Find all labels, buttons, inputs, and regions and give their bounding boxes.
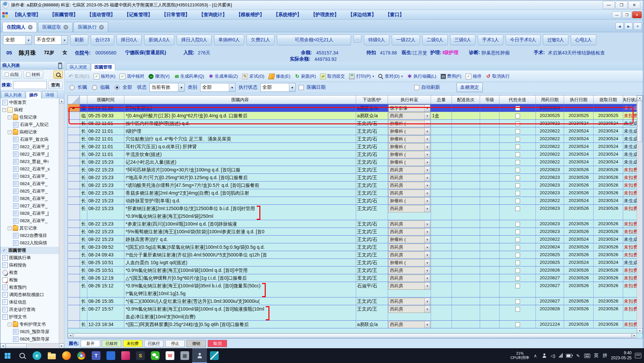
expand-icon[interactable]: − xyxy=(8,227,11,230)
order-dept-cell[interactable]: 肿瘤科 (▾ xyxy=(388,151,431,158)
toolbar-费用(F)[interactable]: ▤费用(F) xyxy=(441,73,462,79)
tree-item[interactable]: 0824_石淑平_ xyxy=(0,180,64,188)
decoct-checkbox[interactable] xyxy=(515,222,520,227)
column-header-代煎全送[interactable]: 代煎全送 xyxy=(500,95,536,104)
order-decoct-cell[interactable] xyxy=(500,112,536,119)
order-row[interactable]: 长08-26 15:12*0.9%氯化钠注射液(海王)[100ml/袋]35ml… xyxy=(68,282,637,297)
order-decoct-cell[interactable] xyxy=(500,135,536,143)
order-decoct-cell[interactable] xyxy=(500,228,536,235)
tree-item[interactable]: −病程记录 xyxy=(0,128,64,136)
toolbar-取消提交[interactable]: ⇄取消提交 xyxy=(320,73,345,79)
order-decoct-cell[interactable] xyxy=(500,158,536,166)
order-content-cell[interactable]: *0.9%氯化钠注射液(海王)[100ml/袋]35ml b.i.d. [首0]… xyxy=(124,282,356,297)
order-dept-cell[interactable]: 肿瘤科 (▾ xyxy=(388,127,431,135)
scroll-left-icon[interactable]: ◄ xyxy=(0,344,5,349)
toolbar-生成药单(Q)[interactable]: 66生成药单(Q) xyxy=(174,73,204,79)
toolbar-取消执行[interactable]: ↺取消执行 xyxy=(486,73,510,79)
decoct-checkbox[interactable] xyxy=(515,276,520,281)
dept-combobox[interactable]: 西药房▾ xyxy=(388,228,430,235)
order-content-cell[interactable]: *参麦注射液(四川)[100ml/瓶]100ml q.d. [首0]静脉输液 xyxy=(124,220,356,228)
decoct-checkbox[interactable] xyxy=(515,260,520,265)
decoct-checkbox[interactable] xyxy=(515,175,520,180)
order-row[interactable]: 长08-22 11:01耳针(耳穴压豆) q.o.d(单日) 肝脾肾王文武/石肿… xyxy=(68,143,637,151)
order-decoct-cell[interactable] xyxy=(500,143,536,150)
panel-tab-医嘱管理[interactable]: 医嘱管理 xyxy=(91,63,115,71)
order-dept-cell[interactable]: 西药房▾ xyxy=(388,267,431,274)
radio-all-orders[interactable] xyxy=(115,85,120,90)
order-decoct-cell[interactable] xyxy=(500,321,536,328)
order-content-cell[interactable]: *(国二)阿莫西林胶囊[0.25g*24粒/盒]0.5g q6h [首0]口服餐… xyxy=(124,321,356,328)
filter-button[interactable]: 合计23 xyxy=(91,35,114,45)
dept-combobox[interactable]: 西药房▾ xyxy=(388,174,430,181)
column-header-提取日期[interactable]: 提取日期 xyxy=(594,95,623,104)
toolbar-核停[interactable]: ✓核停 xyxy=(466,73,481,79)
chevron-down-icon[interactable]: ▾ xyxy=(289,83,295,91)
chevron-down-icon[interactable]: ▾ xyxy=(424,182,430,189)
chevron-down-icon[interactable]: ▾ xyxy=(424,229,430,235)
volume-icon[interactable]: ◁) xyxy=(550,353,556,358)
toolbar-执行临嘱(L)[interactable]: ✱执行临嘱(L) xyxy=(407,73,436,79)
bed-filter-select[interactable]: 不含空床 ▾ xyxy=(34,35,68,45)
order-content-cell[interactable]: CTA(单部位) xyxy=(124,104,356,112)
db-app-icon[interactable]: S xyxy=(133,348,148,363)
toolbar-皮试(O)[interactable]: ✎皮试(O) xyxy=(242,73,264,79)
order-dept-cell[interactable]: 西药房▾ xyxy=(388,251,431,258)
cpu-usage-indicator[interactable]: 21%CPU利用率 xyxy=(510,351,529,360)
decoct-checkbox[interactable] xyxy=(515,237,520,242)
order-decoct-cell[interactable] xyxy=(500,182,536,189)
ime-indicator[interactable]: 拼 xyxy=(602,353,608,359)
filter-button[interactable]: 一级22人 xyxy=(392,35,420,45)
dept-combobox[interactable]: 西药房▾ xyxy=(388,275,430,282)
decoct-checkbox[interactable] xyxy=(515,191,520,196)
dept-combobox[interactable]: 西药房▾ xyxy=(388,251,430,258)
scroll-up-icon[interactable]: ▲ xyxy=(59,99,64,104)
order-content-cell[interactable]: *(省二)(3000IU)人促红素注射液(雪达升)[1.0ml:3000iu/支… xyxy=(124,297,356,305)
tree-item[interactable]: −住院记录 xyxy=(0,114,64,121)
app-blue-icon[interactable] xyxy=(103,348,118,363)
row-selector-cell[interactable] xyxy=(68,127,80,135)
expand-icon[interactable]: − xyxy=(2,108,6,112)
dept-combobox[interactable]: 西药房▾ xyxy=(388,182,430,189)
chevron-down-icon[interactable]: ▾ xyxy=(424,198,430,204)
tree-item[interactable]: 检验 xyxy=(0,276,64,284)
chevron-down-icon[interactable]: ▾ xyxy=(424,244,430,251)
order-dept-cell[interactable]: 西药房▾ xyxy=(388,243,431,251)
order-dept-cell[interactable]: 肿瘤科 (▾ xyxy=(388,197,431,204)
tree-item[interactable]: 0822入院病情 xyxy=(0,239,64,247)
order-decoct-cell[interactable] xyxy=(500,166,536,173)
dept-combobox[interactable]: 西药房▾ xyxy=(388,267,430,274)
chevron-down-icon[interactable]: ▾ xyxy=(424,120,430,127)
order-row[interactable]: 长08-22 15:23*肝素钠注射液[2ml:12500单位/支]12500单… xyxy=(68,205,637,220)
order-content-cell[interactable]: *0.9%氯化钠注射液(海王)[100ml/袋]100ml q.d. [首0]冲… xyxy=(124,267,356,274)
row-selector-cell[interactable] xyxy=(68,220,80,228)
row-selector-cell[interactable] xyxy=(68,259,80,266)
maximize-button[interactable]: ❐ xyxy=(615,1,628,9)
teams-icon[interactable]: T xyxy=(89,348,103,363)
row-selector-cell[interactable] xyxy=(68,274,80,282)
scroll-thumb[interactable] xyxy=(73,333,632,338)
order-content-cell[interactable]: 静脉高营养治疗 q.d. xyxy=(124,236,356,243)
row-selector-cell[interactable] xyxy=(68,120,80,127)
decoct-checkbox[interactable] xyxy=(515,322,520,327)
app-pink-icon[interactable] xyxy=(118,348,133,363)
language-indicator[interactable]: 英 xyxy=(594,353,599,359)
dept-combobox[interactable]: 肿瘤科 (▾ xyxy=(388,236,430,243)
expand-icon[interactable]: − xyxy=(8,130,11,134)
sidebar-hscrollbar[interactable]: ◄ ► xyxy=(0,343,64,349)
order-content-cell[interactable]: *(0.4mg)叶酸片(江苏) [0.4mg*62片/盒]0.4mg q.d. … xyxy=(124,112,356,119)
mdi-tab-医嘱执行[interactable]: 医嘱执行✕ xyxy=(74,22,108,32)
decoct-checkbox[interactable] xyxy=(515,106,520,111)
tree-item[interactable]: 0826_预防导尿 xyxy=(0,335,64,343)
chevron-down-icon[interactable]: ▾ xyxy=(424,128,430,135)
tree-item[interactable]: 历史诊疗查询 xyxy=(0,306,64,313)
chevron-down-icon[interactable]: ▾ xyxy=(61,36,68,44)
filter-button[interactable]: 二级0人 xyxy=(422,35,448,45)
tree-item[interactable]: 病程报告 xyxy=(0,261,64,269)
tree-item[interactable]: 0823_石淑平_ xyxy=(0,173,64,180)
chevron-up-icon[interactable]: ∧ xyxy=(533,353,538,358)
order-dept-cell[interactable]: 肿瘤科 (▾ xyxy=(388,158,431,166)
decoct-checkbox[interactable] xyxy=(515,230,520,234)
order-decoct-cell[interactable] xyxy=(500,120,536,127)
order-decoct-cell[interactable] xyxy=(500,236,536,243)
tab-scroll-left-button[interactable]: ◀ xyxy=(615,23,624,30)
